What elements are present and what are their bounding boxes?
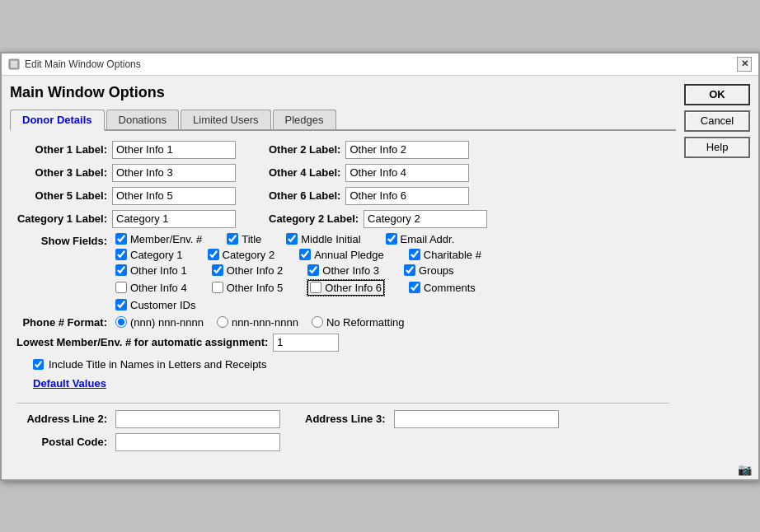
phone-option-2: nnn-nnn-nnnn xyxy=(217,316,298,329)
checkbox-row-4: Other Info 4 Other Info 5 Other Info 6 xyxy=(115,280,481,296)
email-addr-checkbox[interactable] xyxy=(386,233,397,245)
address-line3-input[interactable] xyxy=(394,410,559,428)
other-info-5-checkbox[interactable] xyxy=(212,282,223,293)
address-section: Address Line 2: Address Line 3: Postal C… xyxy=(16,410,669,451)
checkbox-customer-ids: Customer IDs xyxy=(115,299,195,311)
show-fields-label: Show Fields: xyxy=(16,233,107,247)
annual-pledge-checkbox[interactable] xyxy=(299,249,311,260)
other2-label: Other 2 Label: xyxy=(269,143,340,156)
charitable-checkbox-label: Charitable # xyxy=(424,249,481,261)
other-info-3-checkbox[interactable] xyxy=(307,264,319,276)
category1-checkbox[interactable] xyxy=(115,249,127,260)
title-checkbox[interactable] xyxy=(227,233,238,245)
other-info-3-checkbox-label: Other Info 3 xyxy=(322,264,379,277)
category2-checkbox[interactable] xyxy=(208,249,219,260)
svg-rect-1 xyxy=(11,61,17,68)
other-info-4-checkbox-label: Other Info 4 xyxy=(130,282,187,294)
close-button[interactable]: ✕ xyxy=(737,57,752,72)
include-title-label: Include Title in Names in Letters and Re… xyxy=(49,358,266,371)
checkbox-charitable: Charitable # xyxy=(409,249,481,261)
category1-label: Category 1 Label: xyxy=(16,212,107,225)
other6-input[interactable] xyxy=(345,187,469,205)
phone-radio-2[interactable] xyxy=(217,316,228,328)
customer-ids-checkbox-label: Customer IDs xyxy=(130,299,195,311)
charitable-checkbox[interactable] xyxy=(409,249,420,260)
checkbox-comments: Comments xyxy=(409,280,476,296)
category2-checkbox-label: Category 2 xyxy=(223,249,275,261)
show-fields-section: Show Fields: Member/Env. # Title xyxy=(16,233,669,311)
middle-initial-checkbox[interactable] xyxy=(286,233,298,245)
default-values-container: Default Values xyxy=(16,377,669,396)
category1-input[interactable] xyxy=(112,210,236,228)
category2-pair: Category 2 Label: xyxy=(269,210,487,228)
other5-label: Other 5 Label: xyxy=(16,189,107,202)
other-info-1-checkbox-label: Other Info 1 xyxy=(130,264,187,277)
checkbox-other-info-5: Other Info 5 xyxy=(212,280,284,296)
tab-donor-details[interactable]: Donor Details xyxy=(10,110,105,131)
other-info-2-checkbox[interactable] xyxy=(212,264,223,276)
lowest-member-label: Lowest Member/Env. # for automatic assig… xyxy=(16,336,268,348)
checkbox-groups: Groups xyxy=(404,264,454,277)
main-panel: Main Window Options Donor Details Donati… xyxy=(10,84,676,451)
phone-radio-group: (nnn) nnn-nnnn nnn-nnn-nnnn No Reformatt… xyxy=(115,316,405,329)
checkbox-category1: Category 1 xyxy=(115,249,183,261)
tab-bar: Donor Details Donations Limited Users Pl… xyxy=(10,110,676,131)
tab-limited-users[interactable]: Limited Users xyxy=(181,110,270,129)
category2-label: Category 2 Label: xyxy=(269,212,359,225)
other1-input[interactable] xyxy=(112,141,236,159)
phone-option-3: No Reformatting xyxy=(312,316,405,329)
default-values-link[interactable]: Default Values xyxy=(33,377,106,390)
postal-code-input[interactable] xyxy=(115,433,280,451)
category1-2-row: Category 1 Label: Category 2 Label: xyxy=(16,210,669,228)
main-window: Edit Main Window Options ✕ Main Window O… xyxy=(0,52,760,481)
phone-radio-1[interactable] xyxy=(115,316,127,328)
tab-pledges[interactable]: Pledges xyxy=(273,110,336,129)
other2-input[interactable] xyxy=(345,141,469,159)
groups-checkbox-label: Groups xyxy=(419,264,454,277)
checkbox-other-info-6: Other Info 6 xyxy=(307,280,384,296)
category1-checkbox-label: Category 1 xyxy=(130,249,183,261)
address-line2-label: Address Line 2: xyxy=(16,413,107,425)
comments-checkbox[interactable] xyxy=(409,282,420,293)
other6-pair: Other 6 Label: xyxy=(269,187,469,205)
other5-input[interactable] xyxy=(112,187,236,205)
checkbox-row-3: Other Info 1 Other Info 2 Other Info 3 xyxy=(115,264,481,277)
other-info-1-checkbox[interactable] xyxy=(115,264,127,276)
member-env-checkbox[interactable] xyxy=(115,233,127,245)
title-bar-text: Edit Main Window Options xyxy=(25,58,141,70)
divider xyxy=(16,403,669,404)
title-bar: Edit Main Window Options ✕ xyxy=(2,54,758,76)
other2-pair: Other 2 Label: xyxy=(269,141,469,159)
phone-radio-3[interactable] xyxy=(312,316,323,328)
other3-input[interactable] xyxy=(112,164,236,182)
include-title-checkbox[interactable] xyxy=(33,359,44,370)
postal-code-label: Postal Code: xyxy=(16,436,107,448)
content-area: Main Window Options Donor Details Donati… xyxy=(2,76,758,460)
checkbox-row-2: Category 1 Category 2 Annual Pledge xyxy=(115,249,481,261)
other4-input[interactable] xyxy=(345,164,469,182)
other-info-4-checkbox[interactable] xyxy=(115,282,127,293)
address-line2-input[interactable] xyxy=(115,410,280,428)
include-title-row: Include Title in Names in Letters and Re… xyxy=(16,358,669,371)
phone-format-label: Phone # Format: xyxy=(16,316,107,329)
other-info-6-checkbox[interactable] xyxy=(310,282,321,293)
other3-4-row: Other 3 Label: Other 4 Label: xyxy=(16,164,669,182)
other1-label: Other 1 Label: xyxy=(16,143,107,156)
window-icon xyxy=(8,58,20,70)
category2-input[interactable] xyxy=(364,210,487,228)
customer-ids-checkbox[interactable] xyxy=(115,299,127,310)
other1-pair: Other 1 Label: xyxy=(16,141,236,159)
lowest-member-input[interactable] xyxy=(273,334,339,352)
cancel-button[interactable]: Cancel xyxy=(684,110,750,132)
category1-pair: Category 1 Label: xyxy=(16,210,236,228)
checkboxes-container: Member/Env. # Title Middle Initial xyxy=(115,233,481,311)
checkbox-other-info-3: Other Info 3 xyxy=(307,264,379,277)
title-bar-left: Edit Main Window Options xyxy=(8,58,141,70)
help-button[interactable]: Help xyxy=(684,137,750,158)
camera-icon: 📷 xyxy=(738,463,752,476)
ok-button[interactable]: OK xyxy=(684,84,750,105)
checkbox-category2: Category 2 xyxy=(208,249,275,261)
tab-donations[interactable]: Donations xyxy=(106,110,180,129)
groups-checkbox[interactable] xyxy=(404,264,415,276)
checkbox-row-1: Member/Env. # Title Middle Initial xyxy=(115,233,481,245)
